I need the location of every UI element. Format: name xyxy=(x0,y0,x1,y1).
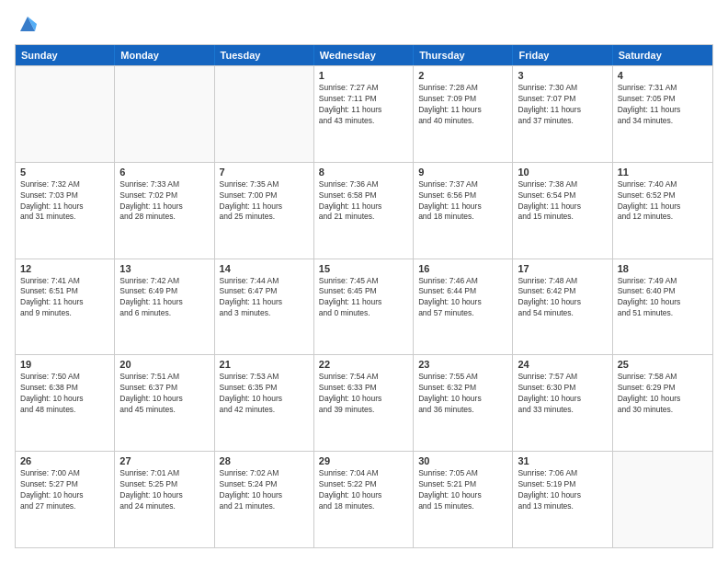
cell-info: Sunrise: 7:54 AM Sunset: 6:33 PM Dayligh… xyxy=(319,372,408,416)
cell-info: Sunrise: 7:00 AM Sunset: 5:27 PM Dayligh… xyxy=(20,468,109,512)
day-cell-27: 27Sunrise: 7:01 AM Sunset: 5:25 PM Dayli… xyxy=(115,452,214,547)
day-number: 4 xyxy=(618,70,708,81)
calendar-row-5: 26Sunrise: 7:00 AM Sunset: 5:27 PM Dayli… xyxy=(16,451,712,547)
day-cell-6: 6Sunrise: 7:33 AM Sunset: 7:02 PM Daylig… xyxy=(115,163,214,259)
cell-info: Sunrise: 7:36 AM Sunset: 6:58 PM Dayligh… xyxy=(319,179,408,224)
day-cell-12: 12Sunrise: 7:41 AM Sunset: 6:51 PM Dayli… xyxy=(16,259,115,355)
day-cell-2: 2Sunrise: 7:28 AM Sunset: 7:09 PM Daylig… xyxy=(414,66,513,162)
day-cell-13: 13Sunrise: 7:42 AM Sunset: 6:49 PM Dayli… xyxy=(115,259,214,355)
cell-info: Sunrise: 7:49 AM Sunset: 6:40 PM Dayligh… xyxy=(618,276,708,320)
calendar-header: SundayMondayTuesdayWednesdayThursdayFrid… xyxy=(16,45,712,65)
day-number: 2 xyxy=(418,70,507,81)
header-day-friday: Friday xyxy=(513,45,612,65)
header-day-saturday: Saturday xyxy=(613,45,712,65)
day-cell-20: 20Sunrise: 7:51 AM Sunset: 6:37 PM Dayli… xyxy=(115,355,214,451)
day-cell-30: 30Sunrise: 7:05 AM Sunset: 5:21 PM Dayli… xyxy=(414,452,513,547)
cell-info: Sunrise: 7:53 AM Sunset: 6:35 PM Dayligh… xyxy=(220,372,309,416)
day-cell-24: 24Sunrise: 7:57 AM Sunset: 6:30 PM Dayli… xyxy=(513,355,612,451)
day-number: 21 xyxy=(220,359,309,370)
day-number: 14 xyxy=(220,263,309,274)
day-number: 7 xyxy=(220,167,309,178)
day-number: 10 xyxy=(518,167,607,178)
day-cell-1: 1Sunrise: 7:27 AM Sunset: 7:11 PM Daylig… xyxy=(314,66,414,162)
calendar-row-4: 19Sunrise: 7:50 AM Sunset: 6:38 PM Dayli… xyxy=(16,354,712,451)
cell-info: Sunrise: 7:50 AM Sunset: 6:38 PM Dayligh… xyxy=(20,372,109,416)
day-cell-22: 22Sunrise: 7:54 AM Sunset: 6:33 PM Dayli… xyxy=(314,355,414,451)
empty-cell xyxy=(115,66,214,162)
header-day-wednesday: Wednesday xyxy=(314,45,414,65)
day-number: 15 xyxy=(319,263,408,274)
header-day-monday: Monday xyxy=(115,45,214,65)
logo-icon xyxy=(17,15,39,35)
cell-info: Sunrise: 7:32 AM Sunset: 7:03 PM Dayligh… xyxy=(20,179,109,224)
day-number: 3 xyxy=(518,70,607,81)
day-cell-25: 25Sunrise: 7:58 AM Sunset: 6:29 PM Dayli… xyxy=(613,355,712,451)
day-number: 8 xyxy=(319,167,408,178)
day-cell-14: 14Sunrise: 7:44 AM Sunset: 6:47 PM Dayli… xyxy=(215,259,314,355)
day-number: 30 xyxy=(418,455,507,466)
header-day-tuesday: Tuesday xyxy=(215,45,314,65)
day-cell-29: 29Sunrise: 7:04 AM Sunset: 5:22 PM Dayli… xyxy=(314,452,414,547)
day-number: 22 xyxy=(319,359,408,370)
cell-info: Sunrise: 7:55 AM Sunset: 6:32 PM Dayligh… xyxy=(418,372,507,416)
day-number: 17 xyxy=(518,263,607,274)
cell-info: Sunrise: 7:37 AM Sunset: 6:56 PM Dayligh… xyxy=(418,179,507,224)
cell-info: Sunrise: 7:31 AM Sunset: 7:05 PM Dayligh… xyxy=(618,83,708,127)
day-cell-28: 28Sunrise: 7:02 AM Sunset: 5:24 PM Dayli… xyxy=(215,452,314,547)
empty-cell xyxy=(215,66,314,162)
cell-info: Sunrise: 7:57 AM Sunset: 6:30 PM Dayligh… xyxy=(518,372,607,416)
calendar: SundayMondayTuesdayWednesdayThursdayFrid… xyxy=(15,44,713,548)
day-number: 24 xyxy=(518,359,607,370)
cell-info: Sunrise: 7:33 AM Sunset: 7:02 PM Dayligh… xyxy=(119,179,209,224)
day-cell-16: 16Sunrise: 7:46 AM Sunset: 6:44 PM Dayli… xyxy=(414,259,513,355)
cell-info: Sunrise: 7:48 AM Sunset: 6:42 PM Dayligh… xyxy=(518,276,607,320)
day-cell-4: 4Sunrise: 7:31 AM Sunset: 7:05 PM Daylig… xyxy=(613,66,712,162)
day-number: 11 xyxy=(618,167,708,178)
day-cell-21: 21Sunrise: 7:53 AM Sunset: 6:35 PM Dayli… xyxy=(215,355,314,451)
calendar-row-3: 12Sunrise: 7:41 AM Sunset: 6:51 PM Dayli… xyxy=(16,259,712,355)
day-number: 5 xyxy=(20,167,109,178)
cell-info: Sunrise: 7:40 AM Sunset: 6:52 PM Dayligh… xyxy=(618,179,708,224)
day-number: 13 xyxy=(119,263,209,274)
header-day-sunday: Sunday xyxy=(16,45,115,65)
day-cell-15: 15Sunrise: 7:45 AM Sunset: 6:45 PM Dayli… xyxy=(314,259,414,355)
cell-info: Sunrise: 7:28 AM Sunset: 7:09 PM Dayligh… xyxy=(418,83,507,127)
empty-cell xyxy=(613,452,712,547)
day-cell-23: 23Sunrise: 7:55 AM Sunset: 6:32 PM Dayli… xyxy=(414,355,513,451)
cell-info: Sunrise: 7:06 AM Sunset: 5:19 PM Dayligh… xyxy=(518,468,607,512)
day-cell-19: 19Sunrise: 7:50 AM Sunset: 6:38 PM Dayli… xyxy=(16,355,115,451)
day-cell-3: 3Sunrise: 7:30 AM Sunset: 7:07 PM Daylig… xyxy=(513,66,612,162)
day-cell-7: 7Sunrise: 7:35 AM Sunset: 7:00 PM Daylig… xyxy=(215,163,314,259)
calendar-row-2: 5Sunrise: 7:32 AM Sunset: 7:03 PM Daylig… xyxy=(16,162,712,259)
day-cell-31: 31Sunrise: 7:06 AM Sunset: 5:19 PM Dayli… xyxy=(513,452,612,547)
cell-info: Sunrise: 7:04 AM Sunset: 5:22 PM Dayligh… xyxy=(319,468,408,512)
cell-info: Sunrise: 7:38 AM Sunset: 6:54 PM Dayligh… xyxy=(518,179,607,224)
calendar-body: 1Sunrise: 7:27 AM Sunset: 7:11 PM Daylig… xyxy=(16,65,712,547)
day-number: 12 xyxy=(20,263,109,274)
day-number: 1 xyxy=(319,70,408,81)
cell-info: Sunrise: 7:41 AM Sunset: 6:51 PM Dayligh… xyxy=(20,276,109,320)
header-day-thursday: Thursday xyxy=(414,45,513,65)
day-number: 29 xyxy=(319,455,408,466)
calendar-row-1: 1Sunrise: 7:27 AM Sunset: 7:11 PM Daylig… xyxy=(16,65,712,162)
cell-info: Sunrise: 7:46 AM Sunset: 6:44 PM Dayligh… xyxy=(418,276,507,320)
day-number: 6 xyxy=(119,167,209,178)
day-number: 31 xyxy=(518,455,607,466)
header xyxy=(15,15,713,35)
day-number: 25 xyxy=(618,359,708,370)
cell-info: Sunrise: 7:58 AM Sunset: 6:29 PM Dayligh… xyxy=(618,372,708,416)
cell-info: Sunrise: 7:05 AM Sunset: 5:21 PM Dayligh… xyxy=(418,468,507,512)
empty-cell xyxy=(16,66,115,162)
day-number: 16 xyxy=(418,263,507,274)
day-number: 18 xyxy=(618,263,708,274)
cell-info: Sunrise: 7:35 AM Sunset: 7:00 PM Dayligh… xyxy=(220,179,309,224)
day-cell-5: 5Sunrise: 7:32 AM Sunset: 7:03 PM Daylig… xyxy=(16,163,115,259)
day-cell-17: 17Sunrise: 7:48 AM Sunset: 6:42 PM Dayli… xyxy=(513,259,612,355)
day-number: 28 xyxy=(220,455,309,466)
day-number: 20 xyxy=(119,359,209,370)
day-cell-11: 11Sunrise: 7:40 AM Sunset: 6:52 PM Dayli… xyxy=(613,163,712,259)
cell-info: Sunrise: 7:01 AM Sunset: 5:25 PM Dayligh… xyxy=(119,468,209,512)
page: SundayMondayTuesdayWednesdayThursdayFrid… xyxy=(0,0,728,563)
day-cell-9: 9Sunrise: 7:37 AM Sunset: 6:56 PM Daylig… xyxy=(414,163,513,259)
logo xyxy=(15,15,39,35)
